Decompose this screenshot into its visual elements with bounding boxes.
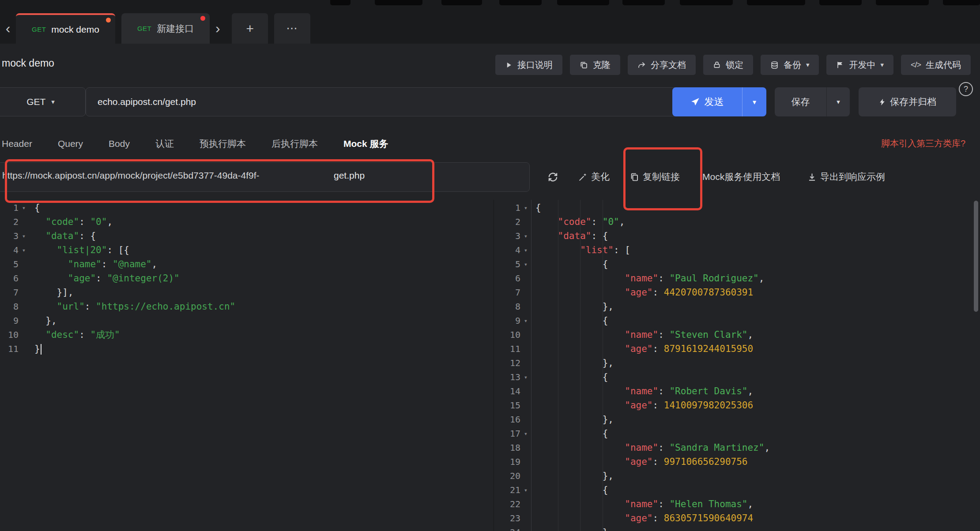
line-number: 10 xyxy=(0,328,19,342)
save-archive-button[interactable]: 保存并归档 xyxy=(859,87,956,116)
line-number: 4 xyxy=(500,243,520,257)
code-text[interactable]: "url": "https://echo.apipost.cn" xyxy=(29,299,484,314)
fold-arrow-icon[interactable]: ▾ xyxy=(520,243,531,257)
code-text[interactable]: "code": "0", xyxy=(531,215,972,229)
code-text[interactable]: "name": "Robert Davis", xyxy=(531,384,972,398)
code-text[interactable]: "age": 997106656290756 xyxy=(531,455,972,469)
save-dropdown-button[interactable]: ▾ xyxy=(826,87,850,116)
code-text[interactable]: }, xyxy=(531,299,972,314)
export-response-button[interactable]: 导出到响应示例 xyxy=(807,168,885,185)
unsaved-dot xyxy=(106,18,111,22)
help-icon[interactable]: ? xyxy=(959,82,973,96)
code-text[interactable]: { xyxy=(531,370,972,384)
fold-arrow-icon[interactable]: ▾ xyxy=(19,243,29,257)
fold-arrow-icon[interactable]: ▾ xyxy=(19,229,29,243)
code-text[interactable]: }, xyxy=(29,314,484,328)
mock-response-preview[interactable]: 1▾{2 "code": "0",3▾ "data": {4▾ "list": … xyxy=(500,200,972,531)
mock-url-file: get.php xyxy=(334,170,365,181)
method-select[interactable]: GET ▾ xyxy=(0,87,86,116)
fold-spacer xyxy=(520,511,531,525)
section-tab-后执行脚本[interactable]: 后执行脚本 xyxy=(271,138,318,150)
section-tab-认证[interactable]: 认证 xyxy=(155,138,174,150)
code-line: 2 "code": "0", xyxy=(0,215,484,229)
section-tab-mock-服务[interactable]: Mock 服务 xyxy=(343,138,388,150)
code-text[interactable]: "name": "Sandra Martinez", xyxy=(531,441,972,455)
refresh-button[interactable] xyxy=(547,168,558,185)
fold-arrow-icon[interactable]: ▾ xyxy=(520,229,531,243)
gutter-border xyxy=(531,200,531,531)
code-text[interactable]: "age": 4420700787360391 xyxy=(531,285,972,299)
code-text[interactable]: { xyxy=(29,201,484,215)
code-text[interactable]: "name": "Paul Rodriguez", xyxy=(531,271,972,285)
code-line: 14 "name": "Robert Davis", xyxy=(500,384,972,398)
code-text[interactable]: { xyxy=(531,483,972,497)
fold-arrow-icon[interactable]: ▾ xyxy=(520,426,531,441)
api-description-button[interactable]: 接口说明 xyxy=(495,55,562,75)
section-tab-预执行脚本[interactable]: 预执行脚本 xyxy=(200,138,246,150)
api-tab[interactable]: GETmock demo xyxy=(16,13,115,44)
code-text[interactable]: { xyxy=(531,314,972,328)
tab-scroll-right-button[interactable]: › xyxy=(210,13,226,44)
code-text[interactable]: { xyxy=(531,201,972,215)
status-button[interactable]: 开发中▾ xyxy=(826,55,893,75)
fold-arrow-icon[interactable]: ▾ xyxy=(520,314,531,328)
fold-arrow-icon[interactable]: ▾ xyxy=(520,201,531,215)
code-line: 20 }, xyxy=(500,469,972,483)
code-text[interactable]: "desc": "成功" xyxy=(29,328,484,342)
code-text[interactable]: "age": 8791619244015950 xyxy=(531,342,972,356)
fold-arrow-icon[interactable]: ▾ xyxy=(19,201,29,215)
code-text[interactable]: "name": "@name", xyxy=(29,257,484,271)
clone-button[interactable]: 克隆 xyxy=(570,55,620,75)
code-text[interactable]: "name": "Helen Thomas", xyxy=(531,497,972,511)
fold-arrow-icon[interactable]: ▾ xyxy=(520,257,531,271)
tab-scroll-left-button[interactable]: ‹ xyxy=(0,13,16,44)
code-text[interactable]: }], xyxy=(29,285,484,299)
api-tab[interactable]: GET新建接口 xyxy=(121,13,210,44)
add-tab-button[interactable]: + xyxy=(232,13,268,44)
code-text[interactable]: }, xyxy=(531,412,972,426)
send-button[interactable]: 发送 xyxy=(672,87,742,116)
code-text[interactable]: { xyxy=(531,257,972,271)
layers-icon xyxy=(770,61,779,69)
copy-link-button[interactable]: 复制链接 xyxy=(630,168,680,185)
code-text[interactable]: "name": "Steven Clark", xyxy=(531,328,972,342)
third-party-lib-link[interactable]: 脚本引入第三方类库? xyxy=(881,138,965,150)
code-line: 19 "age": 997106656290756 xyxy=(500,455,972,469)
mock-docs-link[interactable]: Mock服务使用文档 xyxy=(702,168,780,185)
code-text[interactable]: "age": 1410097982025306 xyxy=(531,398,972,412)
code-text[interactable]: "list|20": [{ xyxy=(29,243,484,257)
lock-button[interactable]: 锁定 xyxy=(703,55,753,75)
fold-arrow-icon[interactable]: ▾ xyxy=(520,483,531,497)
code-text[interactable]: "code": "0", xyxy=(29,215,484,229)
code-text[interactable]: "data": { xyxy=(531,229,972,243)
code-text[interactable]: "age": "@integer(2)" xyxy=(29,271,484,285)
section-tab-body[interactable]: Body xyxy=(109,138,130,149)
code-text[interactable]: } xyxy=(29,342,484,356)
code-text[interactable]: }, xyxy=(531,356,972,370)
code-line: 2 "code": "0", xyxy=(500,215,972,229)
code-text[interactable]: }, xyxy=(531,469,972,483)
send-dropdown-button[interactable]: ▾ xyxy=(742,87,766,116)
fold-arrow-icon[interactable]: ▾ xyxy=(520,370,531,384)
section-tab-query[interactable]: Query xyxy=(58,138,83,149)
mock-template-editor[interactable]: 1▾{2 "code": "0",3▾ "data": {4▾ "list|20… xyxy=(0,200,484,531)
beautify-button[interactable]: 美化 xyxy=(578,168,610,185)
section-tab-header[interactable]: Header xyxy=(2,138,32,149)
line-number: 20 xyxy=(500,469,520,483)
more-tabs-button[interactable]: ⋯ xyxy=(274,13,310,44)
url-input[interactable] xyxy=(97,96,674,108)
cutoff-toolbar-item xyxy=(622,0,665,5)
generate-code-button[interactable]: </>生成代码 xyxy=(901,55,971,75)
code-text[interactable]: }, xyxy=(531,525,972,531)
mock-url-input[interactable]: https://mock.apipost.cn/app/mock/project… xyxy=(0,162,530,192)
backup-button[interactable]: 备份▾ xyxy=(761,55,819,75)
code-text[interactable]: "list": [ xyxy=(531,243,972,257)
code-text[interactable]: "age": 8630571590640974 xyxy=(531,511,972,525)
share-docs-button[interactable]: 分享文档 xyxy=(628,55,696,75)
code-text[interactable]: "data": { xyxy=(29,229,484,243)
clone-icon xyxy=(580,61,588,69)
save-button[interactable]: 保存 xyxy=(775,87,826,116)
header-actions: 接口说明克隆分享文档锁定备份▾开发中▾</>生成代码 xyxy=(495,55,971,75)
vertical-scrollbar[interactable] xyxy=(974,201,978,312)
code-text[interactable]: { xyxy=(531,426,972,441)
